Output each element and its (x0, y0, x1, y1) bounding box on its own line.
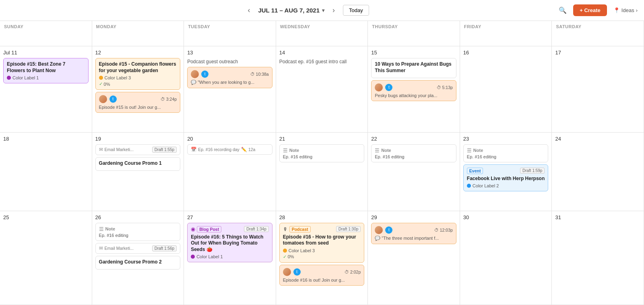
ideas-button[interactable]: 📍 Ideas › (613, 7, 638, 13)
card-note-ep16-editing-21[interactable]: Note Ep. #16 editing (279, 144, 365, 162)
card-email-draft-156p[interactable]: ✉ Email Marketi... Draft 1:56p (95, 243, 181, 254)
check-icon: ✓ (99, 81, 103, 87)
day-cell-24: 24 (552, 133, 644, 211)
card-tweet-1038a[interactable]: t 10:38a 💬 "When you are looking to g... (187, 67, 272, 88)
card-facebook-live[interactable]: Event Draft 1:59p Facebook Live with Her… (463, 164, 549, 192)
date-range[interactable]: JUL 11 – AUG 7, 2021 ▾ (258, 7, 324, 14)
clock-icon (345, 270, 349, 274)
card-note-ep16-editing-22[interactable]: Note Ep. #16 editing (371, 144, 456, 162)
day-cell-27: 27 Blog Post Draft 1:34p Episode #16: 5 … (184, 211, 276, 305)
day-cell-23: 23 Note Ep. #16 editing Event Draft 1:59… (460, 133, 552, 211)
day-header-tue: TUESDAY (184, 21, 276, 46)
twitter-icon: t (109, 95, 117, 103)
clock-icon (437, 85, 441, 90)
draft-badge: Draft 1:59p (520, 168, 545, 174)
speech-icon: 💬 (375, 236, 380, 241)
podcast-badge: Podcast (289, 226, 311, 232)
day-header-mon: MONDAY (92, 21, 184, 46)
nav-right: 🔍 + Create 📍 Ideas › (559, 4, 638, 16)
color-dot-blue (467, 184, 471, 188)
day-header-fri: FRIDAY (460, 21, 552, 46)
card-10ways[interactable]: 10 Ways to Prepare Against Bugs This Sum… (371, 58, 456, 78)
day-header-sat: SATURDAY (552, 21, 644, 46)
nav-center: ‹ JUL 11 – AUG 7, 2021 ▾ › Today (244, 4, 369, 16)
twitter-icon: t (293, 268, 301, 276)
note-doc-icon (467, 147, 472, 154)
email-icon: ✉ (99, 147, 103, 152)
search-button[interactable]: 🔍 (559, 6, 567, 14)
day-header-sun: SUNDAY (0, 21, 92, 46)
card-episode15-best-zone[interactable]: Episode #15: Best Zone 7 Flowers to Plan… (3, 58, 89, 83)
draft-badge: Draft 1:56p (152, 245, 177, 251)
rss-icon (191, 226, 195, 232)
clock-icon (434, 228, 439, 232)
day-cell-22: 22 Note Ep. #16 editing (368, 133, 460, 211)
card-ep16-recording[interactable]: 📅 Ep. #16 recording day ✏️ 12a (187, 144, 272, 155)
avatar (191, 70, 199, 78)
card-tweet-513p[interactable]: t 5:13p Pesky bugs attacking your pla... (371, 80, 456, 101)
day-header-wed: WEDNESDAY (276, 21, 368, 46)
mic-icon: 🎙 (283, 227, 288, 232)
clock-icon (161, 97, 165, 102)
day-cell-28: 28 🎙 Podcast Draft 1:30p Episode #16 - H… (276, 211, 368, 305)
location-icon: 📍 (613, 7, 620, 13)
avatar (375, 83, 383, 91)
card-tweet-324p[interactable]: t 3:24p Episode #15 is out! Join our g..… (95, 92, 181, 113)
event-badge: Event (467, 168, 483, 174)
card-episode15-companion[interactable]: Episode #15 - Companion flowers for your… (95, 58, 181, 90)
color-dot-orange (99, 76, 103, 80)
plain-text-podcast-intro[interactable]: Podcast ep. #16 guest intro call (279, 58, 365, 65)
day-cell-21: 21 Note Ep. #16 editing (276, 133, 368, 211)
card-gardening-promo2[interactable]: Gardening Course Promo 2 (95, 256, 181, 270)
color-dot-orange (283, 249, 287, 253)
draft-badge: Draft 1:30p (336, 226, 361, 232)
day-cell-31: 31 (552, 211, 644, 305)
avatar (99, 95, 107, 103)
card-podcast-ep16-tomatoes[interactable]: 🎙 Podcast Draft 1:30p Episode #16 - How … (279, 223, 365, 263)
note-doc-icon (283, 147, 288, 154)
ideas-chevron-icon: › (636, 7, 638, 13)
pencil-icon: ✏️ (241, 147, 247, 152)
twitter-icon: t (385, 84, 392, 91)
day-cell-18: 18 (0, 133, 92, 211)
speech-icon: 💬 (191, 80, 196, 85)
check-icon: ✓ (283, 254, 287, 259)
day-cell-20: 20 📅 Ep. #16 recording day ✏️ 12a (184, 133, 276, 211)
calendar-icon: 📅 (191, 147, 196, 152)
day-cell-jul11: Jul 11 Episode #15: Best Zone 7 Flowers … (0, 46, 92, 132)
card-blog-ep16-5things[interactable]: Blog Post Draft 1:34p Episode #16: 5 Thi… (187, 223, 272, 263)
card-note-ep16-editing-23[interactable]: Note Ep. #16 editing (463, 144, 549, 162)
calendar: SUNDAY MONDAY TUESDAY WEDNESDAY THURSDAY… (0, 21, 644, 305)
color-dot-purple (191, 255, 195, 259)
draft-badge: Draft 1:34p (244, 226, 268, 232)
create-button[interactable]: + Create (573, 4, 607, 16)
avatar (283, 268, 291, 276)
email-icon: ✉ (99, 245, 103, 251)
note-doc-icon (99, 226, 104, 232)
card-tweet-202p[interactable]: t 2:02p Episode #16 is out! Join our g..… (279, 265, 365, 286)
day-header-thu: THURSDAY (368, 21, 460, 46)
day-cell-17: 17 (552, 46, 644, 132)
day-cell-14: 14 Podcast ep. #16 guest intro call (276, 46, 368, 132)
card-gardening-promo1[interactable]: Gardening Course Promo 1 (95, 157, 181, 171)
today-button[interactable]: Today (343, 5, 369, 16)
blog-badge: Blog Post (197, 226, 221, 232)
day-cell-25: 25 (0, 211, 92, 305)
day-cell-30: 30 (460, 211, 552, 305)
day-cell-15: 15 10 Ways to Prepare Against Bugs This … (368, 46, 460, 132)
day-cell-19: 19 ✉ Email Marketi... Draft 1:55p Garden… (92, 133, 184, 211)
day-cell-26: 26 Note Ep. #16 editing ✉ Email Marketi.… (92, 211, 184, 305)
draft-badge: Draft 1:55p (152, 147, 177, 153)
next-button[interactable]: › (329, 4, 338, 16)
plain-text-podcast-outreach[interactable]: Podcast guest outreach (187, 58, 272, 67)
top-nav: ‹ JUL 11 – AUG 7, 2021 ▾ › Today 🔍 + Cre… (0, 0, 644, 21)
card-email-draft-155p[interactable]: ✉ Email Marketi... Draft 1:55p (95, 144, 181, 155)
chevron-down-icon: ▾ (322, 8, 324, 13)
card-tweet-1203p[interactable]: t 12:03p 💬 "The three most important f..… (371, 223, 456, 244)
card-note-ep16-editing-26[interactable]: Note Ep. #16 editing (95, 223, 181, 241)
twitter-icon: t (385, 226, 392, 234)
note-doc-icon (375, 147, 380, 154)
clock-icon (250, 72, 255, 77)
twitter-icon: t (201, 71, 208, 78)
prev-button[interactable]: ‹ (244, 4, 253, 16)
